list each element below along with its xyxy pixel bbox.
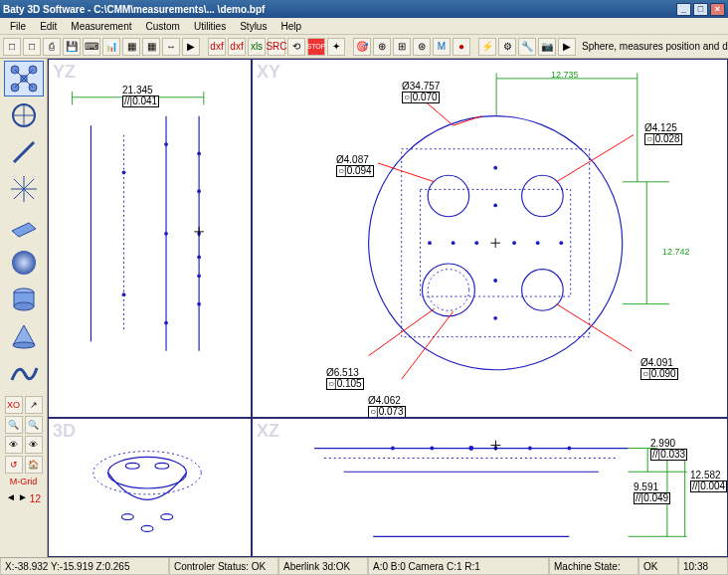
status-machine: Machine State: [549,558,638,575]
tb-stop[interactable]: STOP [307,38,325,56]
svg-line-10 [14,142,34,162]
tool-circle[interactable] [4,97,44,133]
menu-custom[interactable]: Custom [140,20,186,33]
svg-point-62 [493,166,497,170]
tb-src[interactable]: SRC [268,38,285,56]
xz-d2: 9.591//|0.049 [634,482,670,504]
tb-gear[interactable]: ⚙ [498,38,516,56]
tb-dxf-out[interactable]: dxf [228,38,246,56]
label-xz: XZ [257,421,279,442]
label-xy: XY [257,62,280,83]
prev-arrow[interactable]: ◄ [6,491,16,504]
tool-cone[interactable] [4,318,44,354]
tb-keyboard[interactable]: ⌨ [83,38,100,56]
viewport-3d[interactable]: 3D [48,418,252,557]
tool-plane[interactable] [4,208,44,244]
tb-record[interactable]: ● [453,38,470,56]
svg-point-56 [428,241,432,245]
svg-point-63 [493,204,497,208]
status-ok: OK [638,558,678,575]
xy-top-dim: 12.735 [551,70,579,80]
svg-line-71 [402,311,454,379]
svg-point-77 [141,525,153,531]
title-bar: Baty 3D Software - C:\CMM\measurements\.… [0,0,728,18]
svg-point-79 [155,463,169,469]
viewport-xy[interactable]: XY [252,59,728,418]
menu-measurement[interactable]: Measurement [65,20,137,33]
menu-stylus[interactable]: Stylus [234,20,273,33]
sm-zoomin[interactable]: 🔍 [5,416,23,434]
tb-report[interactable]: 📊 [102,38,120,56]
menu-edit[interactable]: Edit [34,20,63,33]
status-bar: X:-38.932 Y:-15.919 Z:0.265 Controler St… [0,557,728,575]
sm-zoomout[interactable]: 🔍 [25,416,43,434]
svg-point-75 [121,514,133,520]
mgrid-label[interactable]: M-Grid [10,477,38,486]
tb-target[interactable]: 🎯 [353,38,371,56]
tool-line[interactable] [4,134,44,170]
svg-point-74 [108,457,187,488]
menu-file[interactable]: File [4,20,32,33]
maximize-button[interactable]: □ [693,3,708,16]
tb-star[interactable]: ✦ [327,38,345,56]
tb-sep2 [347,38,351,56]
tb-dxf-in[interactable]: dxf [208,38,226,56]
feature-count: 12 [30,493,41,504]
svg-point-29 [122,170,126,174]
menu-help[interactable]: Help [274,20,307,33]
tool-reference[interactable] [4,61,44,96]
tool-curve[interactable] [4,355,44,391]
tb-grid2[interactable]: ▦ [142,38,160,56]
main-area: XO ↗ 🔍 🔍 👁 👁 ↺ 🏠 M-Grid ◄ ► 12 YZ [0,59,728,557]
tb-play[interactable]: ▶ [558,38,576,56]
tb-frame[interactable]: ⊞ [393,38,411,56]
next-arrow[interactable]: ► [18,491,28,504]
tb-bolt[interactable]: ⚡ [478,38,496,56]
sm-eye2[interactable]: 👁 [25,436,43,454]
tb-run[interactable]: ▶ [182,38,200,56]
svg-point-19 [14,302,34,310]
sm-home[interactable]: 🏠 [25,456,43,474]
sm-eye1[interactable]: 👁 [5,436,23,454]
tb-print[interactable]: ⎙ [43,38,61,56]
sm-rotate[interactable]: ↺ [5,456,23,474]
tool-sphere[interactable] [4,245,44,281]
xy-tr-dia: Ø4.125○|0.028 [644,123,682,145]
svg-point-88 [528,447,532,451]
tb-camera[interactable]: 📷 [538,38,556,56]
menu-utilities[interactable]: Utilities [188,20,232,33]
svg-point-33 [164,321,168,325]
svg-point-37 [197,256,201,260]
sm-arrow[interactable]: ↗ [25,396,43,414]
close-button[interactable]: × [710,3,725,16]
svg-point-39 [197,302,201,306]
tool-cylinder[interactable] [4,282,44,317]
tb-refresh[interactable]: ⟲ [287,38,305,56]
svg-point-59 [512,241,516,245]
tb-new[interactable]: □ [3,38,21,56]
tb-m[interactable]: M [433,38,451,56]
minimize-button[interactable]: _ [676,3,691,16]
tb-probe[interactable]: ⊛ [413,38,431,56]
status-time: 10:38 [678,558,728,575]
tb-save[interactable]: 💾 [63,38,81,56]
tb-cross[interactable]: ⊕ [373,38,391,56]
viewport-yz[interactable]: YZ 21.345//|0.041 [48,59,252,418]
tb-open[interactable]: □ [23,38,41,56]
sm-xo[interactable]: XO [5,396,23,414]
tb-align[interactable]: ↔ [162,38,180,56]
viewport-xz[interactable]: XZ 2.990//|0.033 9.591//|0.049 12.582//|… [252,418,728,557]
svg-line-72 [557,304,633,351]
tb-tool[interactable]: 🔧 [518,38,536,56]
svg-point-64 [493,279,497,283]
svg-line-69 [557,135,634,182]
xy-bl-dia: Ø6.513○|0.105 [326,368,364,390]
svg-point-53 [428,270,469,311]
tool-point[interactable] [4,171,44,207]
tb-grid1[interactable]: ▦ [122,38,140,56]
window-title: Baty 3D Software - C:\CMM\measurements\.… [3,4,265,15]
svg-point-52 [422,264,474,316]
svg-line-67 [454,116,481,125]
tb-xls[interactable]: xls [248,38,266,56]
svg-point-31 [164,142,168,146]
